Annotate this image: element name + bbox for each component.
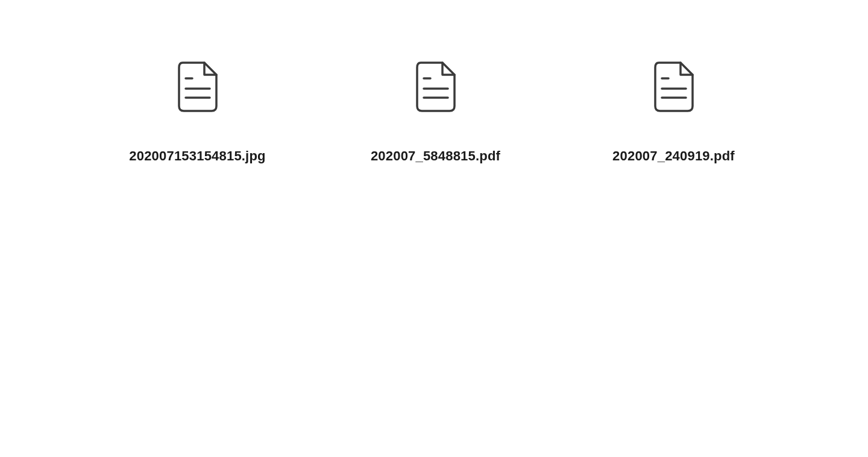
file-name: 202007_240919.pdf	[612, 148, 735, 164]
document-icon	[177, 60, 219, 113]
file-name: 202007_5848815.pdf	[371, 148, 500, 164]
file-item[interactable]: 202007_5848815.pdf	[316, 60, 555, 164]
file-item[interactable]: 202007_240919.pdf	[555, 60, 793, 164]
document-icon	[653, 60, 695, 113]
file-item[interactable]: 202007153154815.jpg	[78, 60, 316, 164]
document-icon	[415, 60, 457, 113]
file-name: 202007153154815.jpg	[129, 148, 265, 164]
file-grid: 202007153154815.jpg 202007_5848815.pdf 2	[0, 0, 868, 164]
